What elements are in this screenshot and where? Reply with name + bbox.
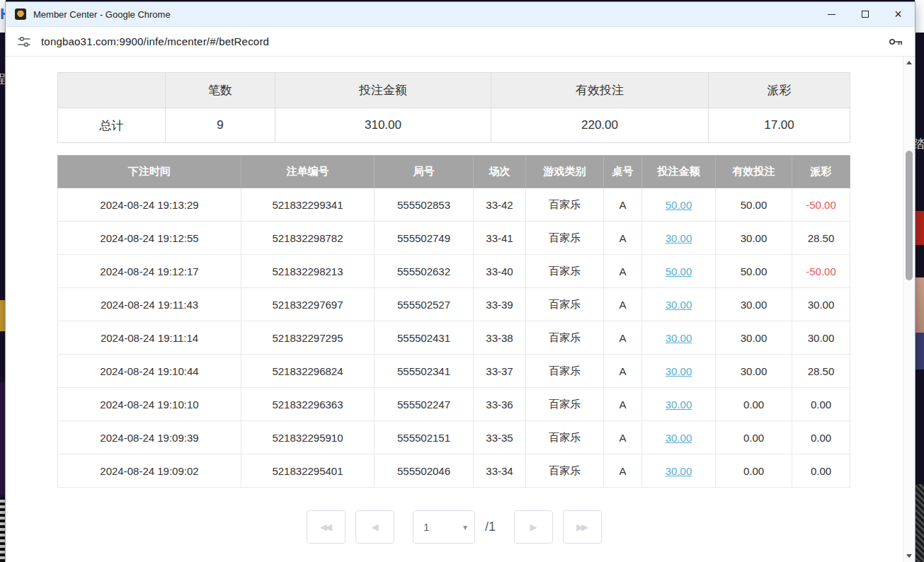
summary-total-valid-bet: 220.00 [491,108,709,143]
prev-page-button[interactable]: ◀ [355,510,394,544]
cell-bet-amount: 30.00 [642,355,716,388]
summary-header-count: 笔数 [166,73,275,108]
table-row: 2024-08-24 19:11:43 521832297697 5555025… [58,288,850,321]
cell-valid-bet: 30.00 [716,355,792,388]
bet-amount-link[interactable]: 30.00 [666,332,692,344]
browser-window: Member Center - Google Chrome × tongbao3… [6,2,915,562]
table-row: 2024-08-24 19:12:55 521832298782 5555027… [58,222,850,255]
cell-bet-no: 521832297697 [241,288,375,321]
cell-bet-time: 2024-08-24 19:13:29 [58,188,241,222]
background-qr-fragment [0,498,6,562]
cell-bet-time: 2024-08-24 19:12:17 [58,255,241,288]
url-text[interactable]: tongbao31.com:9900/infe/mcenter/#/betRec… [41,35,269,47]
cell-round-no: 555502632 [375,255,474,288]
cell-table-no: A [604,255,642,288]
cell-valid-bet: 30.00 [716,222,792,255]
table-row: 2024-08-24 19:09:39 521832295910 5555021… [58,421,850,454]
chevron-down-icon: ▾ [463,522,467,532]
summary-header-blank [58,73,166,108]
cell-bet-amount: 50.00 [642,255,716,288]
bet-record-page: 笔数 投注金额 有效投注 派彩 总计 9 310.00 220.00 17.00 [6,57,903,562]
background-fragment [915,211,924,245]
table-row: 2024-08-24 19:09:02 521832295401 5555020… [58,454,850,488]
last-page-button[interactable]: ▶▶ [563,510,602,544]
next-page-button[interactable]: ▶ [514,510,553,544]
table-row: 2024-08-24 19:13:29 521832299341 5555028… [58,188,850,222]
bet-amount-link[interactable]: 50.00 [666,199,692,211]
cell-session: 33-40 [474,255,526,288]
scroll-down-button[interactable] [903,550,915,562]
summary-total-label: 总计 [58,108,166,143]
browser-address-bar[interactable]: tongbao31.com:9900/infe/mcenter/#/betRec… [6,27,915,57]
cell-payout: 30.00 [792,288,850,321]
cell-table-no: A [604,222,642,255]
bet-amount-link[interactable]: 30.00 [666,365,692,377]
close-button[interactable]: × [882,2,915,26]
bet-amount-link[interactable]: 30.00 [666,465,692,477]
cell-round-no: 555502853 [375,188,474,222]
cell-payout: 0.00 [792,421,850,454]
password-key-icon[interactable] [886,33,903,50]
maximize-button[interactable] [848,2,882,26]
cell-round-no: 555502431 [375,321,474,355]
minimize-button[interactable] [815,2,848,26]
cell-valid-bet: 0.00 [716,454,792,488]
bet-amount-link[interactable]: 30.00 [666,398,692,411]
scrollbar-thumb[interactable] [906,151,913,280]
cell-bet-amount: 30.00 [642,421,716,454]
bet-amount-link[interactable]: 30.00 [666,432,692,444]
bet-amount-link[interactable]: 30.00 [666,299,692,311]
summary-header-bet-amount: 投注金额 [275,73,491,108]
cell-valid-bet: 30.00 [716,288,792,321]
page-content: 笔数 投注金额 有效投注 派彩 总计 9 310.00 220.00 17.00 [6,57,915,562]
summary-header-row: 笔数 投注金额 有效投注 派彩 [58,73,850,108]
cell-bet-no: 521832296824 [241,355,375,388]
header-bet-amount: 投注金额 [642,156,716,188]
summary-total-payout: 17.00 [709,108,850,143]
window-controls: × [815,2,915,26]
vertical-scrollbar[interactable] [903,57,915,562]
cell-session: 33-42 [474,188,526,222]
cell-bet-time: 2024-08-24 19:11:14 [58,321,241,355]
cell-game-type: 百家乐 [526,355,604,388]
close-icon: × [894,8,902,21]
last-page-icon: ▶▶ [576,522,586,532]
cell-payout: 28.50 [792,355,850,388]
site-settings-tune-icon[interactable] [17,35,31,49]
bet-amount-link[interactable]: 30.00 [666,232,692,244]
cell-valid-bet: 50.00 [716,255,792,288]
cell-game-type: 百家乐 [526,255,604,288]
cell-round-no: 555502151 [375,421,474,454]
next-page-icon: ▶ [530,522,537,532]
pagination: ◀◀ ◀ 1 ▾ /1 ▶ ▶▶ [6,510,903,562]
cell-payout: 0.00 [792,388,850,421]
summary-total-row: 总计 9 310.00 220.00 17.00 [58,108,850,143]
scroll-down-icon [906,554,912,558]
table-row: 2024-08-24 19:10:10 521832296363 5555022… [58,388,850,421]
cell-valid-bet: 0.00 [716,388,792,421]
cell-session: 33-38 [474,321,526,355]
scroll-up-button[interactable] [903,57,915,69]
summary-header-valid-bet: 有效投注 [491,73,709,108]
table-row: 2024-08-24 19:10:44 521832296824 5555023… [58,355,850,388]
bet-amount-link[interactable]: 50.00 [666,265,692,277]
background-fragment [0,382,6,495]
cell-round-no: 555502341 [375,355,474,388]
first-page-button[interactable]: ◀◀ [307,510,346,544]
prev-page-icon: ◀ [371,522,378,532]
cell-game-type: 百家乐 [526,454,604,488]
cell-bet-no: 521832298213 [241,255,375,288]
header-game-type: 游戏类别 [526,156,604,188]
cell-bet-time: 2024-08-24 19:09:39 [58,421,241,454]
first-page-icon: ◀◀ [320,522,330,532]
cell-session: 33-34 [474,454,526,488]
cell-round-no: 555502527 [375,288,474,321]
cell-game-type: 百家乐 [526,222,604,255]
cell-table-no: A [604,188,642,222]
cell-valid-bet: 50.00 [716,188,792,222]
header-payout: 派彩 [792,156,850,188]
page-select[interactable]: 1 ▾ [413,510,475,544]
table-row: 2024-08-24 19:12:17 521832298213 5555026… [58,255,850,288]
header-bet-no: 注单编号 [241,156,375,188]
cell-session: 33-41 [474,222,526,255]
